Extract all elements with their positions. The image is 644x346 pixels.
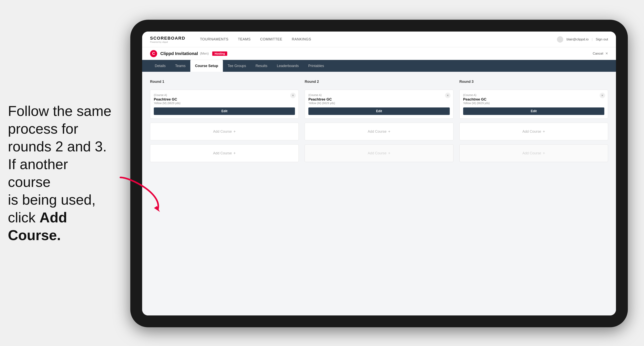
nav-links: TOURNAMENTS TEAMS COMMITTEE RANKINGS xyxy=(195,37,557,41)
tournament-type: (Men) xyxy=(200,52,209,56)
round-1-course-name: Peachtree GC xyxy=(154,97,295,102)
round-3-column: Round 3 ✕ (Course A) Peachtree GC Yellow… xyxy=(460,80,608,162)
tab-results[interactable]: Results xyxy=(251,60,272,72)
nav-teams[interactable]: TEAMS xyxy=(233,37,256,41)
round-2-add-course-1[interactable]: Add Course + xyxy=(305,123,453,140)
round-2-course-label: (Course A) xyxy=(308,93,450,97)
logo-main: SCOREBOARD xyxy=(150,36,186,41)
nav-right: blair@clippd.io | Sign out xyxy=(557,36,608,43)
round-3-close-icon[interactable]: ✕ xyxy=(600,93,605,98)
round-3-course-label: (Course A) xyxy=(463,93,604,97)
round-2-title: Round 2 xyxy=(305,80,453,84)
plus-icon-1: + xyxy=(233,129,236,134)
round-1-course-details: Yellow (M) (6629 yds) xyxy=(154,102,295,105)
round-3-title: Round 3 xyxy=(460,80,608,84)
sub-header: C Clippd Invitational (Men) Hosting Canc… xyxy=(142,47,616,60)
round-1-add-course-1[interactable]: Add Course + xyxy=(150,123,299,140)
nav-tournaments[interactable]: TOURNAMENTS xyxy=(195,37,233,41)
round-3-plus-icon-1: + xyxy=(543,129,545,134)
plus-icon-2: + xyxy=(233,151,236,156)
cancel-x-icon: ✕ xyxy=(605,52,608,55)
round-3-course-name: Peachtree GC xyxy=(463,97,604,102)
round-1-edit-button[interactable]: Edit xyxy=(154,107,295,115)
tablet-screen: SCOREBOARD Powered by clippd TOURNAMENTS… xyxy=(142,31,616,316)
cancel-button[interactable]: Cancel ✕ xyxy=(593,51,608,56)
round-2-edit-button[interactable]: Edit xyxy=(308,107,450,115)
instruction-text: Follow the same process for rounds 2 and… xyxy=(0,102,122,244)
hosting-badge: Hosting xyxy=(212,51,227,56)
clippd-logo: C xyxy=(150,50,157,57)
tab-printables[interactable]: Printables xyxy=(304,60,329,72)
scoreboard-logo: SCOREBOARD Powered by clippd xyxy=(150,36,186,43)
tab-details[interactable]: Details xyxy=(150,60,170,72)
round-1-title: Round 1 xyxy=(150,80,299,84)
user-email: blair@clippd.io xyxy=(566,37,588,41)
rounds-grid: Round 1 ✕ (Course A) Peachtree GC Yellow… xyxy=(150,80,608,162)
tab-bar: Details Teams Course Setup Tee Groups Re… xyxy=(142,60,616,72)
tab-teams[interactable]: Teams xyxy=(170,60,190,72)
round-3-add-course-1[interactable]: Add Course + xyxy=(460,123,608,140)
round-3-course-card: ✕ (Course A) Peachtree GC Yellow (M) (66… xyxy=(460,90,608,119)
tournament-name: Clippd Invitational xyxy=(160,51,198,56)
tablet-frame: SCOREBOARD Powered by clippd TOURNAMENTS… xyxy=(130,20,628,327)
round-2-course-details: Yellow (M) (6629 yds) xyxy=(308,102,450,105)
round-2-add-course-2: Add Course + xyxy=(305,144,453,162)
tab-course-setup[interactable]: Course Setup xyxy=(190,60,223,72)
content-area: Round 1 ✕ (Course A) Peachtree GC Yellow… xyxy=(142,72,616,316)
logo-sub: Powered by clippd xyxy=(150,41,186,43)
round-1-course-card: ✕ (Course A) Peachtree GC Yellow (M) (66… xyxy=(150,90,299,119)
round-1-course-label: (Course A) xyxy=(154,93,295,97)
round-2-column: Round 2 ✕ (Course A) Peachtree GC Yellow… xyxy=(305,80,453,162)
round-2-plus-icon-1: + xyxy=(388,129,390,134)
tab-leaderboards[interactable]: Leaderboards xyxy=(272,60,304,72)
round-1-add-course-2[interactable]: Add Course + xyxy=(150,144,299,162)
round-3-edit-button[interactable]: Edit xyxy=(463,107,604,115)
round-3-plus-icon-2: + xyxy=(543,151,545,156)
sign-out-link[interactable]: Sign out xyxy=(596,37,608,41)
round-3-add-course-2: Add Course + xyxy=(460,144,608,162)
round-2-plus-icon-2: + xyxy=(388,151,390,156)
divider-pipe: | xyxy=(592,37,592,41)
arrow-annotation xyxy=(114,173,170,218)
tab-tee-groups[interactable]: Tee Groups xyxy=(223,60,251,72)
round-2-close-icon[interactable]: ✕ xyxy=(445,93,450,98)
nav-committee[interactable]: COMMITTEE xyxy=(256,37,287,41)
round-2-course-card: ✕ (Course A) Peachtree GC Yellow (M) (66… xyxy=(305,90,453,119)
nav-rankings[interactable]: RANKINGS xyxy=(287,37,316,41)
top-nav: SCOREBOARD Powered by clippd TOURNAMENTS… xyxy=(142,31,616,47)
round-1-column: Round 1 ✕ (Course A) Peachtree GC Yellow… xyxy=(150,80,299,162)
round-2-course-name: Peachtree GC xyxy=(308,97,450,102)
round-3-course-details: Yellow (M) (6629 yds) xyxy=(463,102,604,105)
user-avatar xyxy=(557,36,563,43)
